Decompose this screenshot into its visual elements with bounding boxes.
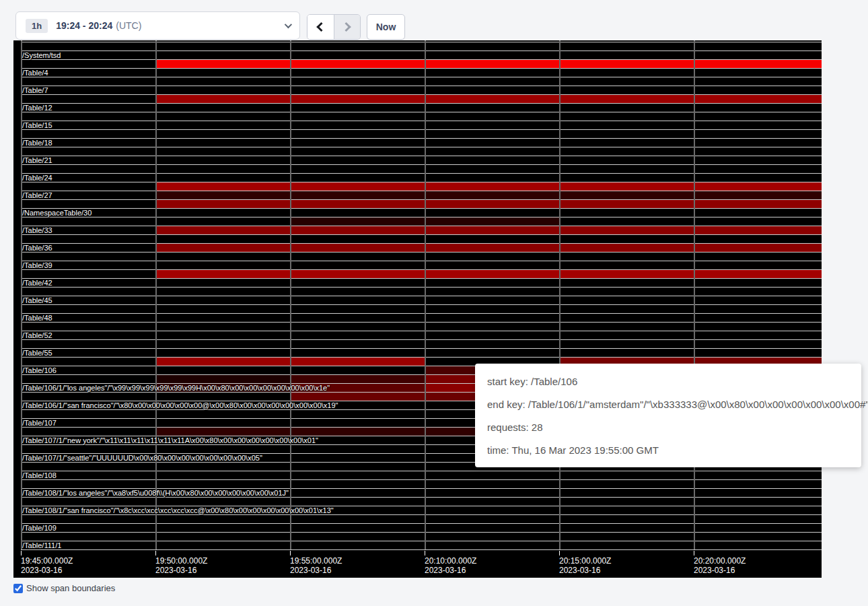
span-boundary-line <box>21 77 822 77</box>
span-key-label: /Table/33 <box>22 226 52 234</box>
next-range-button[interactable] <box>334 15 360 39</box>
span-boundary-line <box>21 252 822 252</box>
time-gridline <box>559 40 560 549</box>
chevron-left-icon <box>317 22 326 32</box>
span-boundary-line <box>21 296 822 296</box>
heat-band <box>155 182 822 191</box>
span-key-label: /Table/109 <box>22 524 57 532</box>
span-key-label: /Table/45 <box>22 296 52 304</box>
key-visualizer-canvas[interactable]: 19:45:00.000Z2023-03-1619:50:00.000Z2023… <box>13 40 822 578</box>
span-key-label: /NamespaceTable/30 <box>22 209 92 217</box>
axis-tick <box>21 551 22 556</box>
span-boundary-line <box>21 322 822 323</box>
span-key-label: /Table/107 <box>22 419 57 427</box>
span-boundary-line <box>21 532 822 533</box>
span-boundary-line <box>21 261 822 261</box>
span-boundary-line <box>21 112 822 112</box>
span-boundary-line <box>21 164 822 165</box>
span-boundary-line <box>21 269 822 270</box>
span-key-label: /System/tsd <box>22 51 61 59</box>
axis-tick <box>290 551 291 556</box>
span-key-label: /Table/7 <box>22 86 48 94</box>
span-key-label: /Table/108 <box>22 471 57 479</box>
span-boundary-line <box>21 42 822 42</box>
axis-tick-time: 20:15:00.000Z <box>559 556 611 566</box>
span-boundary-line <box>21 331 822 331</box>
time-range-selector[interactable]: 1h 19:24 - 20:24 (UTC) <box>15 11 300 40</box>
axis-tick-time: 20:10:00.000Z <box>425 556 476 566</box>
chevron-down-icon <box>285 21 292 28</box>
time-nav-group <box>307 14 361 40</box>
footer: Show span boundaries <box>13 583 115 593</box>
span-boundary-line <box>21 50 822 51</box>
tooltip-time: time: Thu, 16 Mar 2023 19:55:00 GMT <box>487 443 849 457</box>
axis-tick-time: 20:20:00.000Z <box>694 556 746 566</box>
heat-band <box>155 244 822 252</box>
axis-tick-time: 19:55:00.000Z <box>290 556 342 566</box>
span-key-label: /Table/12 <box>22 104 52 112</box>
span-boundary-line <box>21 523 822 524</box>
span-boundary-line <box>21 199 822 200</box>
span-boundary-line <box>21 357 822 358</box>
heat-band <box>155 60 822 68</box>
axis-tick <box>155 551 156 556</box>
span-key-label: /Table/18 <box>22 139 52 147</box>
axis-tick <box>425 551 425 556</box>
span-boundary-line <box>21 182 822 182</box>
heat-band <box>155 200 822 208</box>
tooltip-end-key: end key: /Table/106/1/"amsterdam"/"\xb33… <box>487 397 849 411</box>
span-key-label: /Table/55 <box>22 349 52 357</box>
span-key-label: /Table/24 <box>22 174 52 182</box>
axis-tick-date: 2023-03-16 <box>155 566 196 575</box>
time-range-text: 19:24 - 20:24 <box>56 20 112 31</box>
previous-range-button[interactable] <box>308 15 334 39</box>
span-key-label: /Table/48 <box>22 314 52 322</box>
span-boundary-line <box>21 191 822 191</box>
span-key-label: /Table/108/1/"los angeles"/"\xa8\xf5\u00… <box>22 489 289 497</box>
span-boundary-line <box>21 278 822 279</box>
span-boundary-line <box>21 173 822 174</box>
time-gridline <box>155 40 157 549</box>
span-boundary-line <box>21 313 822 314</box>
now-button[interactable]: Now <box>367 14 405 40</box>
span-key-label: /Table/106 <box>22 366 57 374</box>
heat-band <box>155 375 290 383</box>
span-boundary-line <box>21 59 822 60</box>
tooltip-start-key: start key: /Table/106 <box>487 374 849 389</box>
time-range-preset-badge: 1h <box>26 19 48 33</box>
heat-band <box>290 375 425 383</box>
axis-tick-date: 2023-03-16 <box>694 566 735 575</box>
span-boundary-line <box>21 243 822 244</box>
span-key-label: /Table/15 <box>22 121 52 129</box>
heat-band <box>155 226 822 234</box>
span-key-label: /Table/107/1/"seattle"/"UUUUUUD\x00\x80\… <box>22 454 262 462</box>
axis-tick-time: 19:45:00.000Z <box>21 556 73 566</box>
span-boundary-line <box>21 471 822 471</box>
axis-tick <box>559 551 560 556</box>
span-boundary-line <box>21 147 822 147</box>
time-gridline <box>290 40 291 549</box>
span-boundary-line <box>21 479 822 480</box>
span-boundary-line <box>21 348 822 349</box>
axis-tick-time: 19:50:00.000Z <box>155 556 207 566</box>
tooltip-requests: requests: 28 <box>487 420 849 434</box>
heat-band <box>155 191 822 199</box>
span-boundary-line <box>21 234 822 235</box>
axis-tick-date: 2023-03-16 <box>425 566 466 575</box>
span-boundary-line <box>21 156 822 156</box>
span-boundary-line <box>21 129 822 130</box>
span-key-label: /Table/106/1/"los angeles"/"\x99\x99\x99… <box>22 384 330 392</box>
span-boundary-line <box>21 86 822 86</box>
span-boundary-line <box>21 514 822 515</box>
span-key-label: /Table/108/1/"san francisco"/"\x8c\xcc\x… <box>22 506 334 514</box>
axis-tick-date: 2023-03-16 <box>559 566 600 575</box>
span-key-label: /Table/106/1/"san francisco"/"\x80\x00\x… <box>22 401 338 409</box>
span-boundary-line <box>21 121 822 121</box>
span-boundary-line <box>21 208 822 209</box>
span-key-label: /Table/52 <box>22 331 52 339</box>
time-range-zone: (UTC) <box>116 20 141 31</box>
time-gridline <box>425 40 426 549</box>
show-span-boundaries-checkbox[interactable] <box>13 584 23 593</box>
chevron-right-icon <box>341 22 351 32</box>
axis-tick-date: 2023-03-16 <box>290 566 331 575</box>
